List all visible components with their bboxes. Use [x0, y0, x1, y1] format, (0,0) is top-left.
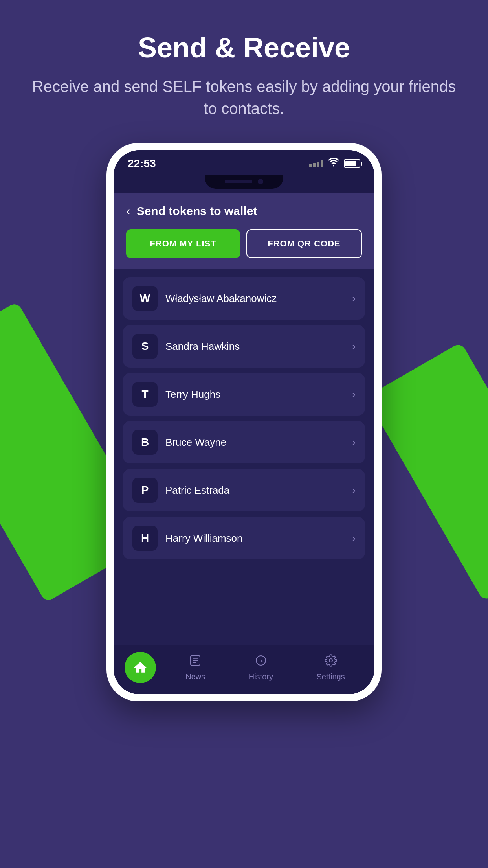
contact-chevron: › — [352, 292, 356, 305]
svg-point-5 — [329, 659, 332, 662]
contact-chevron: › — [352, 388, 356, 401]
settings-label: Settings — [316, 672, 345, 681]
news-icon — [189, 654, 202, 670]
contact-item[interactable]: T Terry Hughs › — [123, 373, 365, 416]
contact-chevron: › — [352, 532, 356, 544]
nav-history[interactable]: History — [249, 654, 273, 681]
contact-item[interactable]: H Harry Williamson › — [123, 517, 365, 559]
contact-avatar: P — [132, 478, 158, 503]
home-icon — [133, 660, 148, 675]
page-title: Send & Receive — [31, 31, 457, 64]
contact-avatar: S — [132, 334, 158, 359]
from-list-button[interactable]: FROM MY LIST — [126, 229, 240, 258]
contact-avatar: T — [132, 382, 158, 407]
contact-avatar: B — [132, 430, 158, 455]
notch-area — [114, 175, 374, 193]
contact-avatar: W — [132, 286, 158, 311]
phone-screen: 22:53 — [114, 150, 374, 694]
bg-shape-right — [366, 342, 488, 601]
from-qr-button[interactable]: FROM QR CODE — [246, 229, 362, 258]
status-time: 22:53 — [128, 157, 156, 170]
contact-avatar: H — [132, 526, 158, 551]
notch-camera — [258, 179, 263, 184]
status-bar: 22:53 — [114, 150, 374, 175]
notch — [205, 175, 283, 189]
page-subtitle: Receive and send SELF tokens easily by a… — [31, 75, 457, 120]
contact-name: Patric Estrada — [165, 484, 344, 497]
top-section: ‹ Send tokens to wallet FROM MY LIST FRO… — [114, 193, 374, 269]
contact-name: Terry Hughs — [165, 388, 344, 401]
nav-settings[interactable]: Settings — [316, 654, 345, 681]
nav-items: News History — [156, 654, 374, 681]
page-header: Send & Receive Receive and send SELF tok… — [0, 31, 488, 120]
back-header: ‹ Send tokens to wallet — [126, 204, 362, 218]
battery-icon — [344, 159, 360, 168]
nav-news[interactable]: News — [185, 654, 205, 681]
history-icon — [255, 654, 267, 670]
wifi-icon — [328, 158, 339, 169]
contact-chevron: › — [352, 484, 356, 497]
phone-frame: 22:53 — [106, 143, 382, 701]
contact-name: Władysław Abakanowicz — [165, 292, 344, 305]
history-label: History — [249, 672, 273, 681]
contact-item[interactable]: S Sandra Hawkins › — [123, 325, 365, 368]
contacts-section: W Władysław Abakanowicz › S Sandra Hawki… — [114, 269, 374, 645]
news-label: News — [185, 672, 205, 681]
contact-name: Harry Williamson — [165, 532, 344, 544]
contact-chevron: › — [352, 340, 356, 353]
app-content: ‹ Send tokens to wallet FROM MY LIST FRO… — [114, 193, 374, 694]
home-button[interactable] — [125, 652, 156, 683]
bottom-nav: News History — [114, 645, 374, 694]
button-row: FROM MY LIST FROM QR CODE — [126, 229, 362, 258]
notch-speaker — [225, 180, 252, 183]
contact-name: Bruce Wayne — [165, 436, 344, 449]
signal-icon — [309, 160, 323, 167]
back-button[interactable]: ‹ — [126, 204, 130, 218]
contact-item[interactable]: B Bruce Wayne › — [123, 421, 365, 463]
contact-name: Sandra Hawkins — [165, 340, 344, 353]
contact-chevron: › — [352, 436, 356, 449]
contact-item[interactable]: W Władysław Abakanowicz › — [123, 277, 365, 320]
settings-icon — [325, 654, 337, 670]
status-icons — [309, 158, 360, 169]
contact-item[interactable]: P Patric Estrada › — [123, 469, 365, 511]
screen-title: Send tokens to wallet — [137, 204, 257, 218]
